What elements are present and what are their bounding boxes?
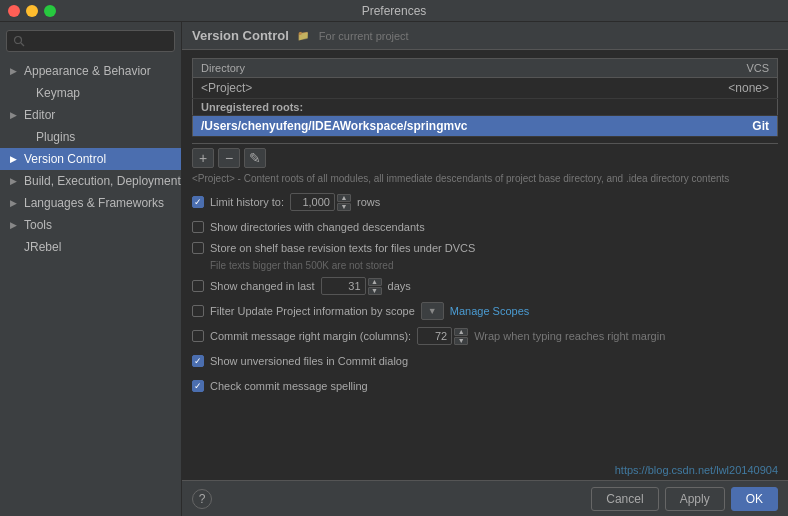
- arrow-icon: ▶: [10, 66, 20, 76]
- options-container: ✓Limit history to:▲▼rowsShow directories…: [192, 192, 778, 396]
- description-text: <Project> - Content roots of all modules…: [192, 172, 778, 186]
- cancel-button[interactable]: Cancel: [591, 487, 658, 511]
- col-vcs: VCS: [679, 59, 777, 78]
- option-row-limit-history: ✓Limit history to:▲▼rows: [192, 192, 778, 212]
- table-row[interactable]: <Project><none>: [193, 78, 778, 99]
- option-row-check-spelling: ✓Check commit message spelling: [192, 376, 778, 396]
- sidebar-item-languages[interactable]: ▶Languages & Frameworks: [0, 192, 181, 214]
- dropdown-filter-update[interactable]: ▼: [421, 302, 444, 320]
- spinner-up-limit-history[interactable]: ▲: [337, 194, 351, 202]
- content-area: Version Control 📁 For current project Di…: [182, 22, 788, 516]
- option-label-store-shelf: Store on shelf base revision texts for f…: [210, 242, 475, 254]
- option-suffix-commit-margin: Wrap when typing reaches right margin: [474, 330, 665, 342]
- sidebar-item-build[interactable]: ▶Build, Execution, Deployment: [0, 170, 181, 192]
- option-label-commit-margin: Commit message right margin (columns):: [210, 330, 411, 342]
- checkbox-limit-history[interactable]: ✓: [192, 196, 204, 208]
- option-row-commit-margin: Commit message right margin (columns):▲▼…: [192, 326, 778, 346]
- option-row-show-unversioned: ✓Show unversioned files in Commit dialog: [192, 351, 778, 371]
- svg-line-1: [21, 43, 24, 46]
- checkbox-commit-margin[interactable]: [192, 330, 204, 342]
- cell-directory: <Project>: [193, 78, 680, 99]
- minimize-button[interactable]: [26, 5, 38, 17]
- option-row-show-changed: Show changed in last▲▼days: [192, 276, 778, 296]
- option-suffix-show-changed: days: [388, 280, 411, 292]
- arrow-icon: ▶: [10, 198, 20, 208]
- vcs-table-body: <Project><none>Unregistered roots:/Users…: [193, 78, 778, 137]
- content-header: Version Control 📁 For current project: [182, 22, 788, 50]
- spinner-commit-margin[interactable]: ▲▼: [417, 327, 468, 345]
- apply-button[interactable]: Apply: [665, 487, 725, 511]
- maximize-button[interactable]: [44, 5, 56, 17]
- option-label-check-spelling: Check commit message spelling: [210, 380, 368, 392]
- sidebar-item-tools[interactable]: ▶Tools: [0, 214, 181, 236]
- option-label-limit-history: Limit history to:: [210, 196, 284, 208]
- content-title: Version Control: [192, 28, 289, 43]
- spinner-input-commit-margin[interactable]: [417, 327, 452, 345]
- sidebar-item-editor[interactable]: ▶Editor: [0, 104, 181, 126]
- option-label-show-unversioned: Show unversioned files in Commit dialog: [210, 355, 408, 367]
- arrow-icon: ▶: [10, 220, 20, 230]
- sidebar-item-label: Build, Execution, Deployment: [24, 174, 181, 188]
- toolbar-row: + − ✎: [192, 143, 778, 172]
- search-box[interactable]: [6, 30, 175, 52]
- spinner-input-show-changed[interactable]: [321, 277, 366, 295]
- close-button[interactable]: [8, 5, 20, 17]
- sidebar-item-label: Appearance & Behavior: [24, 64, 151, 78]
- option-row-store-shelf: Store on shelf base revision texts for f…: [192, 242, 778, 271]
- spinner-up-show-changed[interactable]: ▲: [368, 278, 382, 286]
- spinner-down-show-changed[interactable]: ▼: [368, 287, 382, 295]
- add-button[interactable]: +: [192, 148, 214, 168]
- window-title: Preferences: [362, 4, 427, 18]
- cell-directory: /Users/chenyufeng/IDEAWorkspace/springmv…: [193, 116, 680, 137]
- checkbox-show-changed[interactable]: [192, 280, 204, 292]
- checkbox-filter-update[interactable]: [192, 305, 204, 317]
- sidebar-item-appearance[interactable]: ▶Appearance & Behavior: [0, 60, 181, 82]
- sidebar-item-label: Tools: [24, 218, 52, 232]
- sidebar-item-label: Plugins: [36, 130, 75, 144]
- option-label-show-changed: Show changed in last: [210, 280, 315, 292]
- manage-scopes-link[interactable]: Manage Scopes: [450, 305, 530, 317]
- svg-point-0: [15, 37, 22, 44]
- arrow-icon: ▶: [10, 110, 20, 120]
- spinner-up-commit-margin[interactable]: ▲: [454, 328, 468, 336]
- sidebar-item-label: Version Control: [24, 152, 106, 166]
- nav-list: ▶Appearance & BehaviorKeymap▶EditorPlugi…: [0, 60, 181, 258]
- watermark: https://blog.csdn.net/lwl20140904: [615, 464, 778, 476]
- checkbox-show-dirs[interactable]: [192, 221, 204, 233]
- checkbox-show-unversioned[interactable]: ✓: [192, 355, 204, 367]
- arrow-icon: ▶: [10, 154, 20, 164]
- search-icon: [13, 35, 25, 47]
- title-bar: Preferences: [0, 0, 788, 22]
- sidebar-item-label: Keymap: [36, 86, 80, 100]
- spinner-input-limit-history[interactable]: [290, 193, 335, 211]
- sidebar: ▶Appearance & BehaviorKeymap▶EditorPlugi…: [0, 22, 182, 516]
- sidebar-item-label: JRebel: [24, 240, 61, 254]
- remove-button[interactable]: −: [218, 148, 240, 168]
- sidebar-item-jrebel[interactable]: JRebel: [0, 236, 181, 258]
- unregistered-label: Unregistered roots:: [193, 99, 778, 116]
- window-controls: [8, 5, 56, 17]
- bottom-bar: ? Cancel Apply OK: [182, 480, 788, 516]
- col-directory: Directory: [193, 59, 680, 78]
- table-row[interactable]: /Users/chenyufeng/IDEAWorkspace/springmv…: [193, 116, 778, 137]
- spinner-down-limit-history[interactable]: ▼: [337, 203, 351, 211]
- checkbox-store-shelf[interactable]: [192, 242, 204, 254]
- content-subtitle: For current project: [319, 30, 409, 42]
- help-button[interactable]: ?: [192, 489, 212, 509]
- option-row-show-dirs: Show directories with changed descendant…: [192, 217, 778, 237]
- checkbox-check-spelling[interactable]: ✓: [192, 380, 204, 392]
- spinner-show-changed[interactable]: ▲▼: [321, 277, 382, 295]
- option-suffix-limit-history: rows: [357, 196, 380, 208]
- sidebar-item-plugins[interactable]: Plugins: [0, 126, 181, 148]
- folder-icon: 📁: [297, 30, 309, 41]
- option-row-filter-update: Filter Update Project information by sco…: [192, 301, 778, 321]
- main-layout: ▶Appearance & BehaviorKeymap▶EditorPlugi…: [0, 22, 788, 516]
- vcs-table: Directory VCS <Project><none>Unregistere…: [192, 58, 778, 137]
- sidebar-item-version-control[interactable]: ▶Version Control: [0, 148, 181, 170]
- spinner-limit-history[interactable]: ▲▼: [290, 193, 351, 211]
- ok-button[interactable]: OK: [731, 487, 778, 511]
- edit-button[interactable]: ✎: [244, 148, 266, 168]
- spinner-down-commit-margin[interactable]: ▼: [454, 337, 468, 345]
- content-body: Directory VCS <Project><none>Unregistere…: [182, 50, 788, 480]
- sidebar-item-keymap[interactable]: Keymap: [0, 82, 181, 104]
